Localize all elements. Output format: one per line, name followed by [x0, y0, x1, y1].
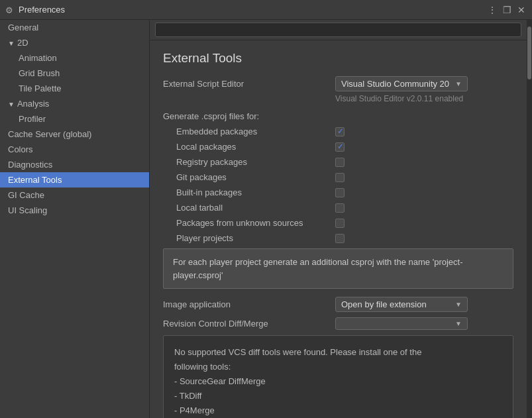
sidebar-item-animation[interactable]: Animation [0, 50, 149, 66]
sidebar-item-label-tile-palette: Tile Palette [19, 83, 62, 93]
sidebar-item-label-analysis: Analysis [17, 99, 49, 109]
title-bar-dots-button[interactable]: ⋮ [487, 5, 498, 15]
revision-label: Revision Control Diff/Merge [163, 319, 335, 329]
sidebar-arrow-2d: ▼ [8, 40, 15, 47]
revision-value: ▼ [335, 317, 513, 330]
package-row-git: Git packages [163, 172, 513, 182]
package-value-registry [335, 158, 513, 167]
script-editor-dropdown-arrow: ▼ [455, 80, 462, 87]
package-label-builtin: Built-in packages [163, 187, 335, 197]
preferences-icon: ⚙ [5, 5, 15, 15]
package-row-unknown-sources: Packages from unknown sources [163, 218, 513, 228]
tooltip-box: For each player project generate an addi… [163, 248, 513, 289]
scrollbar-track[interactable] [527, 20, 532, 418]
package-row-player-projects: Player projects [163, 233, 513, 243]
image-app-dropdown-arrow: ▼ [455, 301, 462, 308]
packages-list: Embedded packages Local packages Registr… [163, 127, 513, 243]
script-editor-dropdown[interactable]: Visual Studio Community 20 ▼ [335, 76, 468, 91]
sidebar-item-label-2d: 2D [17, 38, 28, 48]
page-title: External Tools [163, 51, 513, 66]
script-editor-label: External Script Editor [163, 79, 335, 89]
title-bar-controls: ⋮ ❐ ✕ [487, 5, 527, 15]
package-label-local: Local packages [163, 142, 335, 152]
package-checkbox-unknown-sources[interactable] [335, 219, 345, 228]
package-checkbox-registry[interactable] [335, 158, 345, 167]
sidebar-item-label-diagnostics: Diagnostics [8, 160, 52, 170]
sidebar-item-tile-palette[interactable]: Tile Palette [0, 81, 149, 96]
package-value-local-tarball [335, 203, 513, 213]
sidebar-item-external-tools[interactable]: External Tools [0, 172, 149, 187]
package-label-local-tarball: Local tarball [163, 203, 335, 213]
image-app-value: Open by file extension ▼ [335, 297, 513, 312]
sidebar-item-label-gi-cache: GI Cache [8, 190, 44, 200]
sidebar-item-grid-brush[interactable]: Grid Brush [0, 66, 149, 81]
package-value-builtin [335, 188, 513, 197]
package-label-player-projects: Player projects [163, 233, 335, 243]
package-checkbox-local-tarball[interactable] [335, 203, 345, 213]
image-app-row: Image application Open by file extension… [163, 297, 513, 312]
sidebar-item-gi-cache[interactable]: GI Cache [0, 187, 149, 203]
title-bar: ⚙ Preferences ⋮ ❐ ✕ [0, 0, 532, 20]
sidebar-item-2d[interactable]: ▼2D [0, 35, 149, 50]
title-bar-restore-button[interactable]: ❐ [502, 5, 512, 15]
sidebar-item-colors[interactable]: Colors [0, 142, 149, 157]
title-bar-close-button[interactable]: ✕ [516, 5, 527, 15]
package-value-unknown-sources [335, 219, 513, 228]
sidebar-item-label-ui-scaling: UI Scaling [8, 205, 47, 215]
package-row-embedded: Embedded packages [163, 127, 513, 136]
sidebar-item-profiler[interactable]: Profiler [0, 111, 149, 127]
title-bar-title: Preferences [19, 5, 65, 15]
package-label-embedded: Embedded packages [163, 127, 335, 136]
package-label-git: Git packages [163, 172, 335, 182]
package-value-local [335, 142, 513, 152]
sidebar-item-diagnostics[interactable]: Diagnostics [0, 157, 149, 172]
script-editor-hint: Visual Studio Editor v2.0.11 enabled [163, 94, 513, 103]
package-row-local-tarball: Local tarball [163, 203, 513, 213]
package-value-player-projects [335, 234, 513, 243]
script-editor-dropdown-text: Visual Studio Community 20 [341, 79, 449, 89]
package-checkbox-player-projects[interactable] [335, 234, 345, 243]
content-scroll[interactable]: External Tools External Script Editor Vi… [150, 40, 527, 418]
content-panel: External Tools External Script Editor Vi… [150, 20, 527, 418]
search-input[interactable] [155, 23, 521, 37]
revision-dropdown[interactable]: ▼ [335, 317, 468, 330]
script-editor-row: External Script Editor Visual Studio Com… [163, 76, 513, 91]
main-layout: General▼2DAnimationGrid BrushTile Palett… [0, 20, 532, 418]
scrollbar-thumb[interactable] [527, 26, 531, 79]
package-row-local: Local packages [163, 142, 513, 152]
vcs-message-text: No supported VCS diff tools were found. … [174, 347, 421, 418]
sidebar-item-label-cache-server: Cache Server (global) [8, 129, 91, 139]
package-checkbox-git[interactable] [335, 173, 345, 182]
image-app-dropdown[interactable]: Open by file extension ▼ [335, 297, 468, 312]
package-checkbox-local[interactable] [335, 142, 345, 152]
package-value-git [335, 173, 513, 182]
content-area: External Tools External Script Editor Vi… [150, 20, 532, 418]
sidebar-item-analysis[interactable]: ▼Analysis [0, 96, 149, 111]
vcs-message: No supported VCS diff tools were found. … [163, 335, 513, 418]
sidebar-item-label-colors: Colors [8, 144, 33, 154]
sidebar-item-cache-server[interactable]: Cache Server (global) [0, 127, 149, 142]
sidebar-arrow-analysis: ▼ [8, 101, 15, 108]
revision-dropdown-arrow: ▼ [455, 320, 462, 327]
sidebar-item-label-animation: Animation [19, 53, 57, 63]
sidebar-item-ui-scaling[interactable]: UI Scaling [0, 203, 149, 218]
tooltip-text: For each player project generate an addi… [173, 257, 463, 280]
revision-row: Revision Control Diff/Merge ▼ [163, 317, 513, 330]
sidebar: General▼2DAnimationGrid BrushTile Palett… [0, 20, 150, 418]
sidebar-item-label-external-tools: External Tools [8, 175, 62, 185]
search-bar [150, 20, 527, 40]
sidebar-item-general[interactable]: General [0, 20, 149, 35]
package-label-registry: Registry packages [163, 157, 335, 167]
sidebar-item-label-general: General [8, 23, 38, 32]
image-app-dropdown-text: Open by file extension [341, 299, 427, 309]
package-value-embedded [335, 127, 513, 136]
image-app-label: Image application [163, 299, 335, 309]
package-checkbox-embedded[interactable] [335, 127, 345, 136]
package-row-builtin: Built-in packages [163, 187, 513, 197]
package-row-registry: Registry packages [163, 157, 513, 167]
sidebar-item-label-grid-brush: Grid Brush [19, 68, 60, 78]
package-label-unknown-sources: Packages from unknown sources [163, 218, 335, 228]
title-bar-left: ⚙ Preferences [5, 5, 65, 15]
package-checkbox-builtin[interactable] [335, 188, 345, 197]
sidebar-item-label-profiler: Profiler [19, 114, 46, 124]
